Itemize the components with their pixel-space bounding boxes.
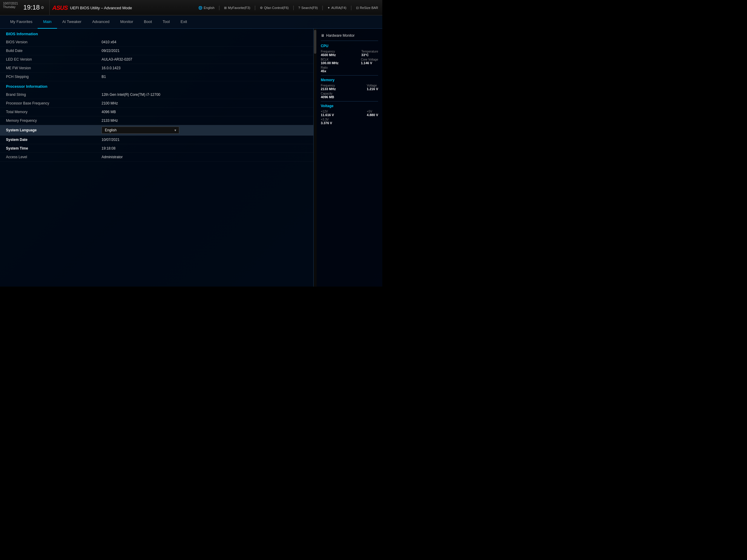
tab-exit[interactable]: Exit xyxy=(175,16,192,29)
sep3: | xyxy=(293,5,294,10)
tab-advanced[interactable]: Advanced xyxy=(87,16,115,29)
asus-logo: ASUS xyxy=(52,4,68,11)
app-title: UEFI BIOS Utility – Advanced Mode xyxy=(70,6,132,10)
system-language-label: System Language xyxy=(6,128,102,132)
total-memory-value: 4096 MB xyxy=(102,110,307,114)
system-time-label: System Time xyxy=(6,146,102,151)
cpu-section-title: CPU xyxy=(321,44,378,48)
system-date-value: 10/07/2021 xyxy=(102,138,307,142)
me-fw-label: ME FW Version xyxy=(6,66,102,70)
cpu-freq-value: 4500 MHz xyxy=(321,53,336,57)
datetime-time: 19:18 ⚙ xyxy=(23,4,44,11)
bios-version-value: 0410 x64 xyxy=(102,40,307,44)
list-item: Frequency 4500 MHz Temperature 33°C xyxy=(321,50,378,57)
table-row: Memory Frequency 2133 MHz xyxy=(0,116,313,125)
tab-tool[interactable]: Tool xyxy=(157,16,175,29)
v5-value: 4.880 V xyxy=(367,113,378,117)
table-row: BIOS Version 0410 x64 xyxy=(0,38,313,47)
toolbar-qfan[interactable]: ⚙ Qfan Control(F6) xyxy=(260,6,289,10)
mem-voltage-label: Voltage xyxy=(367,84,378,87)
list-item: +3.3V 3.376 V xyxy=(321,118,378,125)
system-date-row[interactable]: System Date 10/07/2021 xyxy=(0,135,313,144)
build-date-label: Build Date xyxy=(6,49,102,53)
divider-mem-voltage xyxy=(321,101,378,102)
search-icon: ? xyxy=(299,6,300,9)
gear-icon: ⚙ xyxy=(41,5,44,10)
v12-label: +12V xyxy=(321,110,334,113)
tab-monitor[interactable]: Monitor xyxy=(115,16,138,29)
table-row: Total Memory 4096 MB xyxy=(0,108,313,116)
content-area: BIOS Information BIOS Version 0410 x64 B… xyxy=(0,29,314,287)
bclk-label: BCLK xyxy=(321,58,338,61)
mem-freq-value: 2133 MHz xyxy=(102,118,307,123)
mem-voltage-value: 1.216 V xyxy=(367,87,378,91)
memory-section-title: Memory xyxy=(321,78,378,82)
bios-section-header: BIOS Information xyxy=(0,29,313,38)
toolbar-myfavorite[interactable]: ⊞ MyFavorite(F3) xyxy=(224,6,250,10)
led-ec-value: AULA3-AR32-0207 xyxy=(102,57,307,61)
system-language-row[interactable]: System Language English Chinese Japanese… xyxy=(0,125,313,135)
table-row: PCH Stepping B1 xyxy=(0,73,313,81)
cpu-temp-label: Temperature xyxy=(361,50,378,53)
fan-icon: ⚙ xyxy=(260,6,263,10)
star-icon: ⊞ xyxy=(224,6,227,10)
sep5: | xyxy=(351,5,352,10)
toolbar-aura[interactable]: ✦ AURA(F4) xyxy=(327,6,346,10)
table-row: Build Date 09/22/2021 xyxy=(0,47,313,55)
monitor-icon: 🖥 xyxy=(321,33,325,37)
cpu-temp-value: 33°C xyxy=(361,53,378,57)
voltage-section-title: Voltage xyxy=(321,104,378,108)
build-date-value: 09/22/2021 xyxy=(102,49,307,53)
brand-string-label: Brand String xyxy=(6,92,102,97)
mem-freq-value-hw: 2133 MHz xyxy=(321,87,336,91)
divider-cpu-mem xyxy=(321,75,378,76)
capacity-label: Capacity xyxy=(321,92,334,95)
brand-string-value: 12th Gen Intel(R) Core(TM) i7-12700 xyxy=(102,92,307,97)
language-dropdown[interactable]: English Chinese Japanese German French S… xyxy=(102,127,179,134)
toolbar-area: 🌐 English | ⊞ MyFavorite(F3) | ⚙ Qfan Co… xyxy=(198,0,382,16)
sep2: | xyxy=(255,5,256,10)
me-fw-value: 16.0.0.1423 xyxy=(102,66,307,70)
table-row: ME FW Version 16.0.0.1423 xyxy=(0,64,313,73)
bclk-value: 100.00 MHz xyxy=(321,61,338,65)
total-memory-label: Total Memory xyxy=(6,110,102,114)
toolbar-resize[interactable]: ⊡ ReSize BAR xyxy=(356,6,378,10)
globe-icon: 🌐 xyxy=(198,6,203,10)
capacity-value: 4096 MB xyxy=(321,95,334,99)
hardware-monitor-panel: 🖥 Hardware Monitor CPU Frequency 4500 MH… xyxy=(317,29,382,287)
system-time-row[interactable]: System Time 19:18:08 xyxy=(0,144,313,153)
content-wrapper: BIOS Information BIOS Version 0410 x64 B… xyxy=(0,29,382,287)
v33-value: 3.376 V xyxy=(321,121,332,125)
access-level-label: Access Level xyxy=(6,155,102,159)
list-item: Ratio 45x xyxy=(321,66,378,73)
tab-ai-tweaker[interactable]: Ai Tweaker xyxy=(57,16,87,29)
hardware-monitor-title: 🖥 Hardware Monitor xyxy=(321,32,378,41)
tab-my-favorites[interactable]: My Favorites xyxy=(5,16,37,29)
toolbar-search[interactable]: ? Search(F9) xyxy=(299,6,318,9)
bios-version-label: BIOS Version xyxy=(6,40,102,44)
top-header: 10/07/2021 Thursday 19:18 ⚙ ASUS UEFI BI… xyxy=(0,0,382,16)
scrollbar[interactable] xyxy=(314,29,317,287)
cpu-freq-label: Frequency xyxy=(321,50,336,53)
system-time-value: 19:18:08 xyxy=(102,146,307,151)
toolbar-language[interactable]: 🌐 English xyxy=(198,6,214,10)
led-ec-label: LED EC Version xyxy=(6,57,102,61)
tab-main[interactable]: Main xyxy=(37,16,57,29)
tab-boot[interactable]: Boot xyxy=(138,16,157,29)
pch-stepping-label: PCH Stepping xyxy=(6,75,102,79)
core-voltage-label: Core Voltage xyxy=(361,58,378,61)
ratio-label: Ratio xyxy=(321,66,328,69)
proc-freq-value: 2100 MHz xyxy=(102,101,307,105)
access-level-row: Access Level Administrator xyxy=(0,153,313,161)
access-level-value: Administrator xyxy=(102,155,307,159)
list-item: Capacity 4096 MB xyxy=(321,92,378,99)
pch-stepping-value: B1 xyxy=(102,75,307,79)
datetime-day: Thursday xyxy=(3,5,16,9)
table-row: Processor Base Frequency 2100 MHz xyxy=(0,99,313,108)
aura-icon: ✦ xyxy=(327,6,330,10)
system-date-label: System Date xyxy=(6,138,102,142)
sep4: | xyxy=(322,5,323,10)
logo-title-area: ASUS UEFI BIOS Utility – Advanced Mode xyxy=(52,0,132,16)
sep1: | xyxy=(218,5,220,10)
scroll-thumb[interactable] xyxy=(314,30,316,54)
